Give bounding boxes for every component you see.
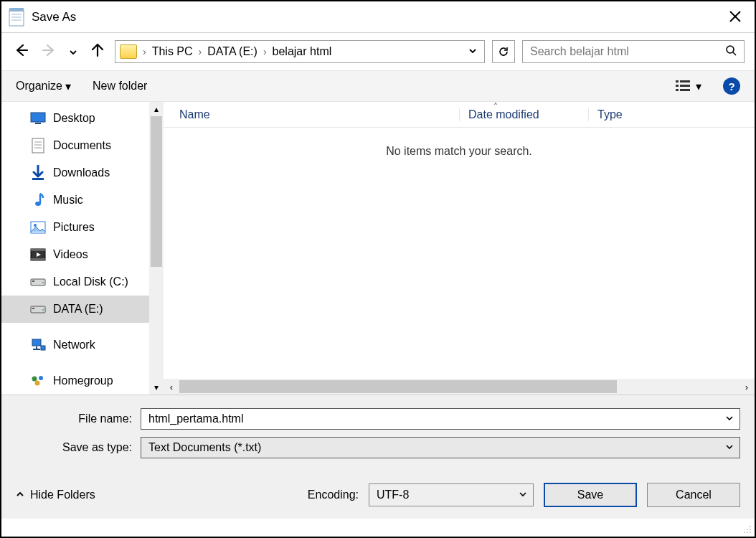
chevron-right-icon: › bbox=[263, 46, 267, 57]
refresh-button[interactable] bbox=[492, 40, 515, 63]
svg-rect-21 bbox=[32, 178, 44, 180]
view-options-button[interactable]: ▾ bbox=[676, 80, 701, 93]
breadcrumb-belajar-html[interactable]: belajar html bbox=[273, 45, 332, 58]
breadcrumb-data-e[interactable]: DATA (E:) bbox=[207, 45, 257, 58]
refresh-icon bbox=[498, 46, 509, 57]
view-details-icon bbox=[676, 80, 691, 93]
scroll-up-icon[interactable]: ▴ bbox=[149, 102, 164, 116]
new-folder-button[interactable]: New folder bbox=[93, 80, 147, 93]
svg-rect-14 bbox=[680, 89, 690, 91]
organize-button[interactable]: Organize ▾ bbox=[16, 80, 71, 93]
sidebar-item-network[interactable]: Network bbox=[1, 331, 149, 359]
svg-rect-29 bbox=[32, 280, 34, 282]
sidebar-item-pictures[interactable]: Pictures bbox=[1, 214, 149, 241]
save-button[interactable]: Save bbox=[544, 483, 637, 507]
svg-rect-32 bbox=[32, 308, 34, 309]
chevron-right-icon: › bbox=[143, 46, 146, 57]
chevron-down-icon bbox=[468, 47, 477, 55]
svg-point-7 bbox=[727, 46, 734, 53]
breadcrumb-this-pc[interactable]: This PC bbox=[152, 45, 193, 58]
svg-rect-26 bbox=[31, 249, 45, 251]
recent-dropdown[interactable] bbox=[66, 44, 80, 60]
svg-point-30 bbox=[42, 282, 44, 283]
svg-point-33 bbox=[42, 309, 44, 311]
sidebar-item-documents[interactable]: Documents bbox=[1, 132, 149, 159]
arrow-right-icon bbox=[42, 43, 56, 57]
svg-point-42 bbox=[747, 529, 748, 530]
column-name[interactable]: Name bbox=[179, 108, 459, 121]
column-type[interactable]: Type bbox=[588, 108, 623, 121]
svg-rect-10 bbox=[680, 80, 690, 82]
scroll-down-icon[interactable]: ▾ bbox=[149, 380, 164, 395]
help-button[interactable]: ? bbox=[723, 77, 740, 95]
caret-down-icon: ▾ bbox=[65, 80, 71, 93]
scrollbar-thumb[interactable] bbox=[179, 380, 617, 393]
chevron-down-icon[interactable] bbox=[725, 413, 734, 425]
disk-icon bbox=[30, 275, 46, 289]
close-button[interactable] bbox=[723, 6, 747, 29]
search-box[interactable] bbox=[522, 40, 745, 63]
column-headers: ˄ Name Date modified Type bbox=[164, 102, 755, 128]
back-button[interactable] bbox=[11, 43, 32, 61]
sidebar-item-videos[interactable]: Videos bbox=[1, 241, 149, 268]
sidebar-item-local-disk-c-[interactable]: Local Disk (C:) bbox=[1, 268, 149, 296]
scroll-left-icon[interactable]: ‹ bbox=[164, 382, 179, 392]
encoding-select[interactable]: UTF-8 bbox=[369, 483, 534, 506]
cancel-button[interactable]: Cancel bbox=[647, 483, 740, 507]
filename-value: html_pertama.html bbox=[148, 412, 244, 425]
svg-rect-0 bbox=[9, 10, 24, 26]
scroll-right-icon[interactable]: › bbox=[739, 382, 755, 392]
videos-icon bbox=[30, 247, 46, 262]
sidebar-item-label: Network bbox=[53, 339, 95, 351]
forward-button[interactable] bbox=[39, 43, 59, 61]
svg-point-44 bbox=[744, 532, 745, 533]
sidebar-item-label: Pictures bbox=[53, 221, 95, 234]
filename-field[interactable]: html_pertama.html bbox=[141, 408, 740, 430]
svg-point-41 bbox=[750, 526, 751, 527]
encoding-value: UTF-8 bbox=[377, 489, 409, 501]
svg-rect-35 bbox=[36, 346, 37, 349]
sidebar-item-label: Documents bbox=[53, 139, 111, 152]
column-date-modified[interactable]: Date modified bbox=[459, 108, 588, 121]
svg-rect-17 bbox=[32, 138, 44, 153]
savetype-value: Text Documents (*.txt) bbox=[148, 441, 261, 454]
horizontal-scrollbar[interactable]: ‹ › bbox=[164, 379, 755, 395]
sidebar-item-label: DATA (E:) bbox=[53, 303, 103, 316]
download-icon bbox=[30, 166, 46, 180]
chevron-down-icon bbox=[519, 489, 527, 501]
sidebar-item-label: Local Disk (C:) bbox=[53, 275, 128, 288]
notepad-icon bbox=[9, 8, 24, 27]
scrollbar-thumb[interactable] bbox=[151, 116, 162, 267]
up-button[interactable] bbox=[88, 43, 108, 61]
chevron-down-icon[interactable] bbox=[725, 442, 734, 453]
svg-rect-12 bbox=[680, 85, 690, 87]
sidebar-item-desktop[interactable]: Desktop bbox=[1, 105, 149, 132]
chevron-up-icon bbox=[16, 489, 24, 501]
sidebar-item-music[interactable]: Music bbox=[1, 187, 149, 214]
window-title: Save As bbox=[32, 10, 723, 24]
savetype-field[interactable]: Text Documents (*.txt) bbox=[141, 437, 740, 458]
titlebar: Save As bbox=[1, 1, 755, 33]
address-bar[interactable]: › This PC › DATA (E:) › belajar html bbox=[115, 40, 485, 63]
desktop-icon bbox=[30, 111, 46, 126]
svg-point-46 bbox=[750, 532, 751, 533]
svg-rect-15 bbox=[31, 113, 45, 122]
sidebar-item-homegroup[interactable]: Homegroup bbox=[1, 367, 149, 395]
search-input[interactable] bbox=[530, 45, 725, 58]
address-dropdown[interactable] bbox=[466, 46, 480, 57]
hide-folders-button[interactable]: Hide Folders bbox=[16, 489, 95, 501]
sidebar-scrollbar[interactable]: ▴ ▾ bbox=[149, 102, 164, 395]
form-panel: File name: html_pertama.html Save as typ… bbox=[1, 395, 755, 473]
network-icon bbox=[30, 338, 46, 352]
filename-label: File name: bbox=[16, 412, 141, 425]
music-icon bbox=[30, 193, 46, 207]
sort-indicator-icon: ˄ bbox=[493, 102, 498, 112]
homegroup-icon bbox=[30, 374, 46, 388]
sidebar-item-downloads[interactable]: Downloads bbox=[1, 159, 149, 187]
sidebar-item-data-e-[interactable]: DATA (E:) bbox=[1, 296, 149, 323]
document-icon bbox=[30, 138, 46, 153]
svg-rect-27 bbox=[31, 258, 45, 260]
svg-rect-13 bbox=[676, 89, 679, 91]
resize-grip-icon[interactable] bbox=[742, 524, 752, 534]
caret-down-icon: ▾ bbox=[696, 80, 701, 93]
